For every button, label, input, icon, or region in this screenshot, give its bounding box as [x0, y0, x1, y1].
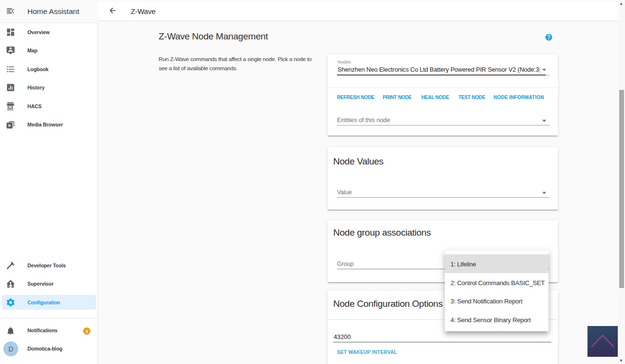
svg-text:HACS: HACS	[7, 108, 14, 111]
